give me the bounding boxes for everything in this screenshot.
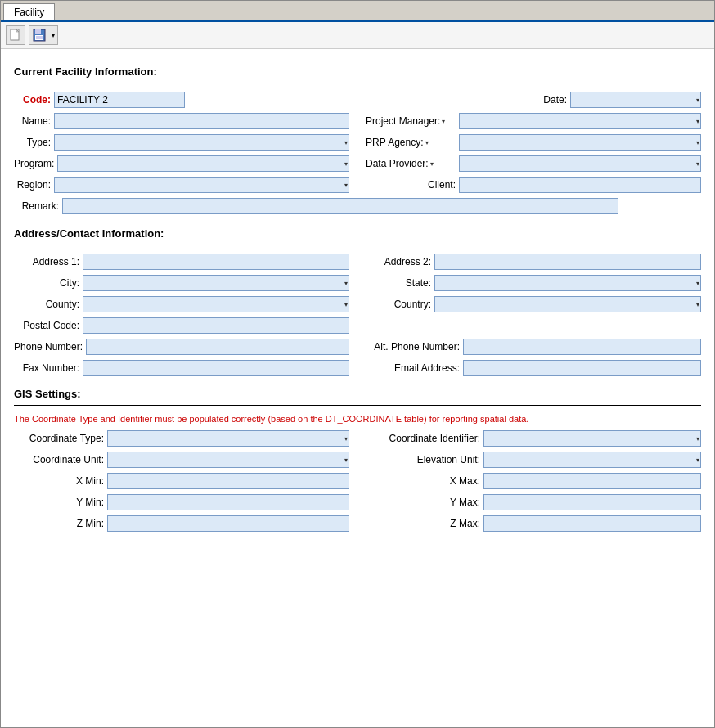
main-window: Facility ▾ Current Facility (0, 0, 715, 728)
pm-select[interactable] (459, 113, 701, 129)
row-fax-email: Fax Number: Email Address: (14, 360, 701, 376)
field-elevunit: Elevation Unit: ▾ (366, 452, 701, 468)
form-content: Current Facility Information: Code: Date… (1, 49, 714, 545)
phone-label: Phone Number: (14, 341, 83, 353)
state-select[interactable] (434, 275, 701, 291)
pm-label-arrow: ▾ (442, 118, 445, 125)
field-xmin: X Min: (14, 473, 349, 489)
program-label: Program: (14, 158, 54, 169)
altphone-input[interactable] (463, 339, 701, 355)
row-code-date: Code: Date: ▾ (14, 92, 701, 108)
coordid-label: Coordinate Identifier: (366, 433, 480, 444)
postal-label: Postal Code: (14, 320, 79, 331)
section-title-facility: Current Facility Information: (14, 65, 701, 78)
zmax-label: Z Max: (366, 518, 480, 529)
type-select[interactable] (54, 134, 349, 151)
field-county: County: ▾ (14, 296, 349, 312)
row-name-pm: Name: Project Manager: ▾ ▾ (14, 113, 701, 129)
remark-input[interactable] (62, 198, 618, 214)
address2-input[interactable] (434, 254, 701, 270)
zmax-input[interactable] (483, 515, 701, 532)
email-input[interactable] (463, 360, 701, 376)
region-select[interactable] (54, 177, 349, 193)
remark-label: Remark: (14, 200, 59, 212)
xmax-input[interactable] (483, 473, 701, 489)
coordunit-select[interactable] (107, 452, 349, 468)
save-button[interactable] (29, 25, 48, 45)
pm-label: Project Manager: ▾ (366, 115, 456, 127)
fax-label: Fax Number: (14, 362, 79, 374)
row-xmin-xmax: X Min: X Max: (14, 473, 701, 489)
row-postal: Postal Code: (14, 317, 701, 334)
save-dropdown-arrow[interactable]: ▾ (48, 25, 58, 45)
xmin-input[interactable] (107, 473, 349, 489)
field-postal: Postal Code: (14, 317, 349, 334)
field-altphone: Alt. Phone Number: (366, 339, 701, 355)
new-button[interactable] (6, 25, 25, 45)
field-coordid: Coordinate Identifier: ▾ (366, 430, 701, 447)
city-select[interactable] (83, 275, 349, 291)
client-label: Client: (366, 179, 456, 191)
name-input[interactable] (54, 113, 349, 129)
country-select[interactable] (434, 296, 701, 312)
city-label: City: (14, 277, 79, 289)
row-address: Address 1: Address 2: (14, 254, 701, 270)
field-country: Country: ▾ (366, 296, 701, 312)
xmin-label: X Min: (14, 475, 104, 487)
xmax-label: X Max: (366, 475, 480, 487)
field-code: Code: (14, 92, 349, 108)
dataprovider-label: Data Provider: ▾ (366, 158, 456, 169)
toolbar: ▾ (1, 22, 714, 49)
section-title-gis: GIS Settings: (14, 388, 701, 400)
address1-input[interactable] (83, 254, 349, 270)
divider-facility (14, 83, 701, 83)
fax-input[interactable] (83, 360, 349, 376)
field-coordunit: Coordinate Unit: ▾ (14, 452, 349, 468)
altphone-label: Alt. Phone Number: (366, 341, 460, 353)
row-county-country: County: ▾ Country: ▾ (14, 296, 701, 312)
ymax-input[interactable] (483, 494, 701, 510)
code-input[interactable] (54, 92, 185, 108)
field-fax: Fax Number: (14, 360, 349, 376)
coordtype-label: Coordinate Type: (14, 433, 104, 444)
field-zmax: Z Max: (366, 515, 701, 532)
ymin-input[interactable] (107, 494, 349, 510)
field-address1: Address 1: (14, 254, 349, 270)
field-type: Type: ▾ (14, 134, 349, 151)
zmin-input[interactable] (107, 515, 349, 532)
coordid-select[interactable] (483, 430, 701, 447)
field-address2: Address 2: (366, 254, 701, 270)
date-select[interactable] (570, 92, 701, 108)
gis-warning: The Coordinate Type and Identifier must … (14, 414, 701, 424)
row-program-dataprovider: Program: ▾ Data Provider: ▾ ▾ (14, 155, 701, 172)
prp-label: PRP Agency: ▾ (366, 137, 456, 148)
program-select[interactable] (57, 155, 349, 172)
elevunit-label: Elevation Unit: (366, 454, 480, 465)
field-phone: Phone Number: (14, 339, 349, 355)
field-coordtype: Coordinate Type: ▾ (14, 430, 349, 447)
field-pm: Project Manager: ▾ ▾ (366, 113, 701, 129)
field-prp: PRP Agency: ▾ ▾ (366, 134, 701, 151)
dataprovider-select[interactable] (459, 155, 701, 172)
field-ymax: Y Max: (366, 494, 701, 510)
client-input[interactable] (459, 177, 701, 193)
section-title-address: Address/Contact Information: (14, 227, 701, 240)
county-select[interactable] (83, 296, 349, 312)
prp-select[interactable] (459, 134, 701, 151)
postal-input[interactable] (83, 317, 349, 334)
field-city: City: ▾ (14, 275, 349, 291)
name-label: Name: (14, 115, 51, 127)
elevunit-select[interactable] (483, 452, 701, 468)
field-email: Email Address: (366, 360, 701, 376)
coordtype-select[interactable] (107, 430, 349, 447)
phone-input[interactable] (86, 339, 349, 355)
row-remark: Remark: (14, 198, 701, 214)
row-city-state: City: ▾ State: ▾ (14, 275, 701, 291)
coordunit-label: Coordinate Unit: (14, 454, 104, 465)
svg-rect-5 (36, 36, 43, 39)
dp-arrow: ▾ (430, 160, 434, 168)
tab-facility[interactable]: Facility (3, 3, 55, 20)
region-label: Region: (14, 179, 51, 191)
address2-label: Address 2: (366, 256, 431, 267)
tab-bar: Facility (1, 1, 714, 22)
